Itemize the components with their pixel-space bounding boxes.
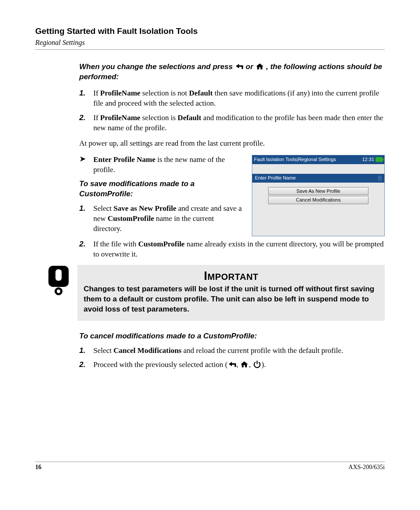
device-status: 12:31 bbox=[362, 156, 383, 163]
t: Default bbox=[189, 89, 213, 97]
t: Default bbox=[177, 114, 201, 122]
list2-item1: Select Save as New Profile and create an… bbox=[93, 204, 244, 234]
arrow-bullet-icon: ➤ bbox=[79, 155, 93, 175]
keypad-icon bbox=[378, 176, 382, 180]
device-field-bar: Enter Profile Name bbox=[252, 174, 384, 183]
power-icon bbox=[253, 360, 262, 368]
t: CustomProfile bbox=[108, 214, 154, 223]
t: Select bbox=[93, 346, 114, 355]
home-icon bbox=[240, 360, 249, 368]
list3-num2: 2. bbox=[79, 360, 93, 370]
battery-icon bbox=[376, 157, 383, 162]
important-box: Important Changes to test parameters wil… bbox=[77, 265, 385, 321]
t: ProfileName bbox=[100, 89, 140, 97]
list3-item2: Proceed with the previously selected act… bbox=[93, 360, 385, 370]
t: CustomProfile bbox=[138, 240, 184, 248]
header-rule bbox=[35, 49, 385, 50]
t: selection is bbox=[140, 114, 178, 122]
list1-num1: 1. bbox=[79, 88, 93, 109]
svg-rect-1 bbox=[55, 269, 62, 281]
device-screenshot: Fault Isolation Tools|Regional Settings … bbox=[252, 155, 385, 237]
model-number: AXS-200/635i bbox=[349, 464, 385, 471]
powerup-para: At power up, all settings are read from … bbox=[79, 139, 385, 149]
device-time: 12:31 bbox=[362, 156, 374, 163]
intro-line: When you change the selections and press… bbox=[79, 62, 385, 82]
save-as-new-profile-button[interactable]: Save As New Profile bbox=[268, 187, 368, 195]
cancel-modifications-button[interactable]: Cancel Modifications bbox=[268, 196, 368, 204]
action-list-1: 1. If ProfileName selection is not Defau… bbox=[79, 88, 385, 133]
important-icon bbox=[46, 265, 71, 296]
important-title: Important bbox=[84, 268, 379, 284]
back-arrow-icon bbox=[235, 62, 243, 70]
t: Save as New Profile bbox=[114, 204, 177, 213]
save-subhead: To save modifications made to a CustomPr… bbox=[79, 179, 244, 199]
list3-item1: Select Cancel Modifications and reload t… bbox=[93, 346, 385, 356]
list3-num1: 1. bbox=[79, 346, 93, 356]
t: ). bbox=[262, 360, 266, 369]
back-arrow-icon bbox=[228, 360, 236, 368]
cancel-subhead: To cancel modifications made to a Custom… bbox=[79, 331, 385, 341]
device-title: Fault Isolation Tools|Regional Settings bbox=[254, 156, 336, 163]
list2-num2: 2. bbox=[79, 239, 93, 260]
device-field-label: Enter Profile Name bbox=[255, 175, 296, 181]
device-titlebar: Fault Isolation Tools|Regional Settings … bbox=[252, 155, 384, 164]
t: ProfileName bbox=[100, 114, 140, 122]
svg-point-3 bbox=[57, 290, 60, 293]
t: If bbox=[93, 114, 100, 122]
intro-pre: When you change the selections and press bbox=[79, 62, 235, 71]
t: and reload the current profile with the … bbox=[181, 346, 343, 355]
t: selection is not bbox=[140, 89, 189, 97]
t: If the file with bbox=[93, 240, 138, 248]
t: , bbox=[249, 360, 253, 369]
page-number: 16 bbox=[35, 464, 41, 471]
save-list-cont: 2. If the file with CustomProfile name a… bbox=[79, 239, 385, 260]
intro-mid: or bbox=[246, 62, 255, 71]
t: Select bbox=[93, 204, 114, 213]
section-title: Regional Settings bbox=[35, 39, 385, 47]
save-list: 1. Select Save as New Profile and create… bbox=[79, 204, 244, 234]
list2-item2: If the file with CustomProfile name alre… bbox=[93, 239, 385, 260]
list2-num1: 1. bbox=[79, 204, 93, 234]
t: Cancel Modifications bbox=[114, 346, 181, 355]
chapter-title: Getting Started with Fault Isolation Too… bbox=[35, 26, 385, 36]
device-spacer bbox=[252, 164, 384, 174]
page-footer: 16 AXS-200/635i bbox=[35, 462, 385, 471]
t: Enter Profile Name bbox=[93, 155, 155, 164]
list1-num2: 2. bbox=[79, 113, 93, 133]
cancel-list: 1. Select Cancel Modifications and reloa… bbox=[79, 346, 385, 371]
important-body: Changes to test parameters will be lost … bbox=[84, 284, 379, 315]
t: Proceed with the previously selected act… bbox=[93, 360, 228, 369]
list1-item1: If ProfileName selection is not Default … bbox=[93, 88, 385, 109]
t: , bbox=[236, 360, 240, 369]
home-icon bbox=[255, 62, 264, 70]
bullet-text: Enter Profile Name is the new name of th… bbox=[93, 155, 244, 175]
t: If bbox=[93, 89, 100, 97]
list1-item2: If ProfileName selection is Default and … bbox=[93, 113, 385, 133]
